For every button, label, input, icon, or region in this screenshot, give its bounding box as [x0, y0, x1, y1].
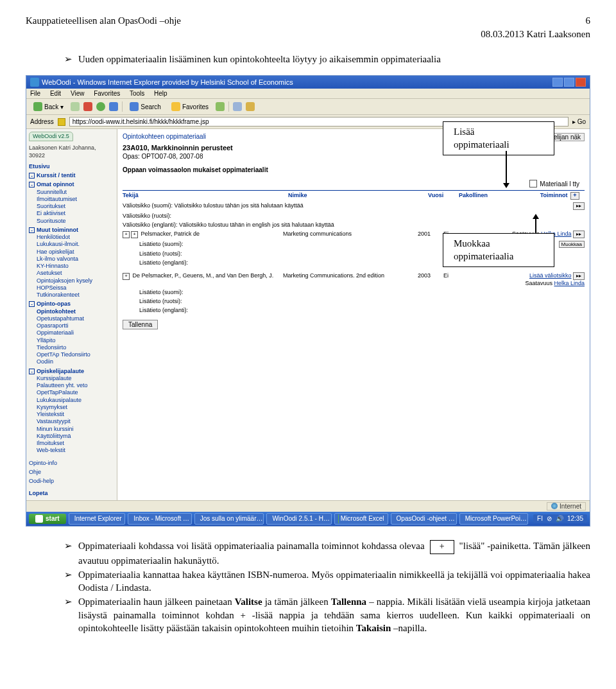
tallenna-button[interactable]: Tallenna: [123, 320, 158, 329]
lang-indicator[interactable]: FI: [537, 515, 543, 522]
ie-icon: [30, 78, 39, 87]
expand-icon[interactable]: +: [123, 273, 130, 280]
nav-item[interactable]: HOPSeissa: [37, 284, 116, 292]
valiotsikko-line: Väliotsikko (suomi): Väliotsikko tulostu…: [123, 202, 354, 209]
page-number: 6: [586, 15, 591, 26]
nav-opinto-info[interactable]: Opinto-info: [29, 460, 116, 467]
col-pakollinen: Pakollinen: [459, 192, 505, 200]
move-button[interactable]: ▸▸: [573, 272, 585, 280]
bullet-arrow-icon: ➢: [64, 595, 78, 609]
col-vuosi: Vuosi: [428, 192, 459, 200]
nav-item[interactable]: Minun kurssini: [37, 426, 116, 433]
nav-item[interactable]: Käyttöliittymä: [37, 433, 116, 440]
forward-icon[interactable]: [71, 102, 80, 111]
tray-icon[interactable]: 🔊: [556, 515, 563, 522]
menu-edit[interactable]: Edit: [50, 90, 61, 97]
arrowhead-icon: [533, 214, 539, 219]
taskbar-item[interactable]: Internet Explorer: [69, 513, 126, 525]
nav-item[interactable]: Yleistekstit: [37, 411, 116, 418]
nav-item[interactable]: Lukukausi-ilmoit.: [37, 241, 116, 248]
app-tab[interactable]: WebOodi v2.5: [29, 132, 73, 141]
nav-ohje[interactable]: Ohje: [29, 469, 116, 476]
nav-item[interactable]: OpetTAp Tiedonsiirto: [37, 351, 116, 358]
refresh-icon[interactable]: [96, 102, 105, 111]
back-button[interactable]: Back ▾: [30, 101, 67, 112]
expand-icon[interactable]: +: [123, 231, 130, 238]
nav-item[interactable]: Lk-ilmo valvonta: [37, 256, 116, 263]
nav-item[interactable]: Ei aktiiviset: [37, 210, 116, 217]
helka-link[interactable]: Helka Linda: [554, 280, 585, 286]
nav-item[interactable]: Palautteen yht. veto: [37, 382, 116, 389]
taskbar-item[interactable]: Inbox - Microsoft …: [128, 513, 191, 525]
taskbar-item[interactable]: WinOodi 2.5.1 - H…: [266, 513, 332, 525]
nav-etusivu[interactable]: Etusivu: [29, 163, 116, 170]
start-button[interactable]: start: [29, 514, 66, 524]
nav-item[interactable]: Kysymykset: [37, 404, 116, 411]
tray-icon[interactable]: ⊘: [547, 515, 552, 522]
nav-item[interactable]: KY-Hinnasto: [37, 263, 116, 270]
move-button[interactable]: ▸▸: [573, 202, 585, 210]
print-icon[interactable]: [246, 102, 255, 111]
nav-item[interactable]: Opetustapahtumat: [37, 315, 116, 322]
address-label: Address: [30, 118, 54, 125]
home-icon[interactable]: [109, 102, 118, 111]
taskbar-item[interactable]: Jos sulla on ylimäär…: [194, 513, 264, 525]
nav-omat-opinnot[interactable]: -Omat opinnot: [29, 181, 116, 188]
table-cell: Marketing Communications. 2nd edition: [283, 272, 418, 279]
clock: 12:35: [567, 515, 583, 522]
menu-tools[interactable]: Tools: [130, 90, 144, 97]
nav-item[interactable]: Oppimateriaali: [37, 329, 116, 336]
favorites-button[interactable]: Favorites: [168, 101, 212, 112]
window-close-icon[interactable]: [576, 78, 586, 87]
nav-item[interactable]: Tiedonsiirto: [37, 344, 116, 351]
nav-item[interactable]: Opasraportti: [37, 322, 116, 329]
go-button[interactable]: ▸ Go: [572, 118, 586, 125]
menu-file[interactable]: File: [30, 90, 40, 97]
taskbar-item[interactable]: Microsoft Excel: [334, 513, 388, 525]
nav-item[interactable]: Vastaustyypit: [37, 418, 116, 425]
add-material-button[interactable]: +: [570, 192, 579, 200]
nav-item[interactable]: Asetukset: [37, 270, 116, 277]
nav-item[interactable]: Lukukausipalaute: [37, 397, 116, 404]
nav-lopeta[interactable]: Lopeta: [29, 490, 116, 497]
nav-item[interactable]: Suoritusote: [37, 218, 116, 225]
window-minimize-icon[interactable]: [552, 78, 563, 87]
nav-item[interactable]: Suunnitellut: [37, 189, 116, 196]
nav-item[interactable]: Oodiin: [37, 358, 116, 365]
lisaa-valiotsikko-link[interactable]: Lisää väliotsikko: [529, 272, 572, 279]
stop-icon[interactable]: [83, 102, 92, 111]
nav-item[interactable]: Opintojaksojen kysely: [37, 277, 116, 284]
taskbar-item[interactable]: Microsoft PowerPoi…: [459, 513, 528, 525]
mail-icon[interactable]: [233, 102, 242, 111]
menu-view[interactable]: View: [71, 90, 85, 97]
nav-item[interactable]: Hae opiskelijat: [37, 249, 116, 256]
window-maximize-icon[interactable]: [564, 78, 574, 87]
menu-favorites[interactable]: Favorites: [94, 90, 120, 97]
menubar: File Edit View Favorites Tools Help: [26, 89, 590, 99]
nav-item[interactable]: Ylläpito: [37, 337, 116, 344]
nav-opinto-opas[interactable]: -Opinto-opas: [29, 301, 116, 308]
nav-muut-toiminnot[interactable]: -Muut toiminnot: [29, 227, 116, 234]
voimassa-heading: Oppaan voimassaolon mukaiset oppimateria…: [123, 166, 585, 173]
nav-item[interactable]: OpetTapPalaute: [37, 389, 116, 396]
search-button[interactable]: Search: [126, 101, 164, 112]
menu-help[interactable]: Help: [154, 90, 167, 97]
nav-item[interactable]: Tutkinorakenteet: [37, 292, 116, 299]
nav-item[interactable]: Suoritukset: [37, 203, 116, 210]
taskbar-item[interactable]: OpasOodi -ohjeet …: [391, 513, 457, 525]
nav-opiskelijapalaute[interactable]: -Opiskelijapalaute: [29, 368, 116, 375]
nav-item[interactable]: Kurssipalaute: [37, 375, 116, 382]
material-checkbox[interactable]: [529, 180, 537, 188]
move-button[interactable]: ▸▸: [573, 231, 585, 238]
nav-item[interactable]: Web-tekstit: [37, 447, 116, 454]
nav-oodi-help[interactable]: Oodi-help: [29, 478, 116, 485]
muokkaa-button[interactable]: Muokkaa: [559, 241, 585, 248]
nav-kurssit[interactable]: -Kurssit / tentit: [29, 172, 116, 179]
bullet-arrow-icon: ➢: [64, 568, 78, 582]
nav-item[interactable]: Opintokohteet: [37, 308, 116, 315]
history-icon[interactable]: [216, 102, 225, 111]
nav-item[interactable]: Ilmoittautumiset: [37, 196, 116, 203]
nav-item[interactable]: Henkilötiedot: [37, 234, 116, 241]
nav-item[interactable]: Ilmoitukset: [37, 440, 116, 447]
expand-icon[interactable]: +: [131, 231, 138, 238]
